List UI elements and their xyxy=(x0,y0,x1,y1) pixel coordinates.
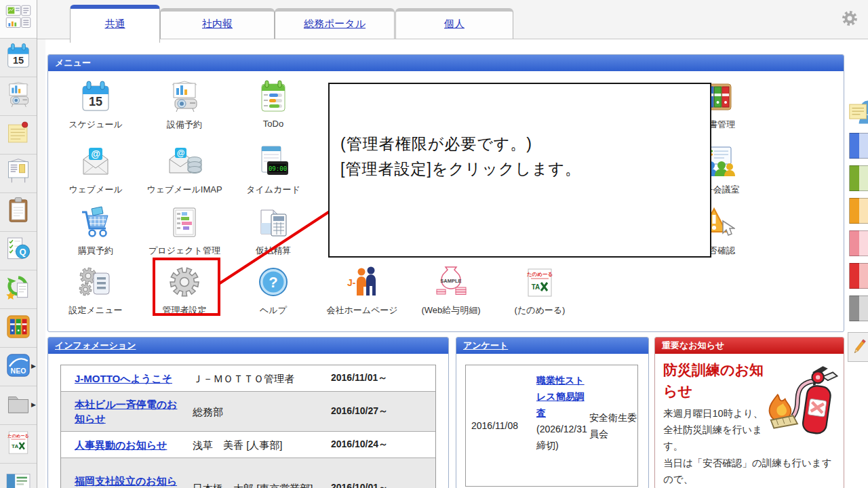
menu-item-todo[interactable]: ToDo xyxy=(232,79,315,129)
svg-text:09:00: 09:00 xyxy=(269,165,287,172)
menu-item-facility-reservation[interactable]: 設備予約 xyxy=(143,79,226,131)
information-row: 福岡支社設立のお知らせ日本橋 太郎 [東京営業部]2016/10/01～ xyxy=(61,458,435,488)
timecard-icon: 09:00 xyxy=(232,144,315,182)
info-date: 2016/10/01～ xyxy=(331,458,433,488)
sidebar-item-bulletin-board[interactable] xyxy=(0,155,37,193)
important-notice-title: 重要なお知らせ xyxy=(662,340,724,350)
menu-item-label: タイムカード xyxy=(232,184,315,196)
expand-arrow-icon[interactable]: ▶ xyxy=(31,401,36,408)
menu-item-project-management[interactable]: プロジェクト管理 xyxy=(143,205,226,257)
menu-item-webmail-imap[interactable]: @ウェブメールIMAP xyxy=(143,144,226,196)
info-author: 浅草 美香 [人事部] xyxy=(190,432,331,458)
info-title-cell: 人事異動のお知らせ xyxy=(61,432,190,458)
svg-text:15: 15 xyxy=(89,95,102,108)
menu-item-webmail[interactable]: @ウェブメール xyxy=(54,144,137,196)
tab-label: 総務ポータル xyxy=(304,18,366,29)
app-sidebar: 15QNEO▶▶たのめーるTA xyxy=(0,0,37,488)
sidebar-item-banner[interactable] xyxy=(0,464,37,488)
survey-title-link[interactable]: アンケート xyxy=(463,340,508,350)
purchase-reservation-icon xyxy=(54,205,137,243)
sidebar-item-facility-reservation[interactable] xyxy=(0,77,37,116)
menu-item-purchase-reservation[interactable]: 購買予約 xyxy=(54,205,137,257)
menu-item-label: ウェブメール xyxy=(54,184,137,196)
color-swatch-2[interactable] xyxy=(849,165,868,191)
tab-general-affairs-portal[interactable]: 総務ポータル xyxy=(275,8,395,39)
information-header: インフォメーション xyxy=(48,338,448,354)
sidebar-item-portal-layout[interactable] xyxy=(0,0,37,39)
sidebar-item-tanomeru[interactable]: たのめーるTA xyxy=(0,425,37,464)
svg-text:J-: J- xyxy=(347,277,356,288)
menu-item-label: (たのめーる) xyxy=(498,304,581,317)
svg-text:NEO: NEO xyxy=(11,367,26,375)
important-notice-panel: 重要なお知らせ 防災訓練のお知らせ 来週月曜日10時より、全社防災訓練を行います… xyxy=(654,337,844,488)
survey-deadline: (2026/12/31締切) xyxy=(536,424,587,451)
menu-item-provisional-payment[interactable]: 仮払精算 xyxy=(232,205,315,257)
schedule-icon: 15 xyxy=(4,42,33,73)
tab-label: 個人 xyxy=(444,18,465,29)
sidebar-item-schedule[interactable]: 15 xyxy=(0,39,37,77)
expand-arrow-icon[interactable]: ▶ xyxy=(31,363,36,369)
info-title-link[interactable]: J-MOTTOへようこそ xyxy=(75,371,172,386)
menu-item-timecard[interactable]: 09:00タイムカード xyxy=(232,144,315,196)
survey-header: アンケート xyxy=(456,338,648,354)
sidebar-item-document-management[interactable] xyxy=(0,309,37,348)
information-title-link[interactable]: インフォメーション xyxy=(55,340,136,350)
schedule-icon: 15 xyxy=(54,79,137,117)
sidebar-item-todo-list[interactable] xyxy=(0,193,37,232)
menu-item-label: 会社ホームページ xyxy=(321,304,403,317)
menu-item-tanomeru[interactable]: たのめーるTA(たのめーる) xyxy=(498,265,581,317)
info-author: 日本橋 太郎 [東京営業部] xyxy=(190,458,331,488)
menu-item-settings-menu[interactable]: 設定メニュー xyxy=(54,265,137,317)
facility-reservation-icon xyxy=(143,79,226,117)
menu-item-label: プロジェクト管理 xyxy=(143,245,226,257)
info-title-link[interactable]: 福岡支社設立のお知らせ xyxy=(75,474,187,488)
edit-pencil-icon[interactable] xyxy=(848,332,868,362)
info-author: Ｊ－ＭＯＴＴＯ管理者 xyxy=(190,365,331,391)
sidebar-item-workflow[interactable] xyxy=(0,270,37,309)
svg-text:Q: Q xyxy=(19,247,26,257)
color-swatch-1[interactable] xyxy=(849,133,868,159)
tanomeru-icon: たのめーるTA xyxy=(498,265,581,303)
sidebar-item-memo[interactable] xyxy=(0,116,37,155)
workflow-icon xyxy=(4,274,33,305)
tab-label: 共通 xyxy=(105,18,125,29)
svg-text:TA: TA xyxy=(12,443,18,449)
color-swatch-3[interactable] xyxy=(849,198,868,224)
folder-icon xyxy=(4,390,33,421)
info-title-link[interactable]: 本社ビル一斉停電のお知らせ xyxy=(75,397,187,426)
survey-link[interactable]: 職業性ストレス簡易調査 xyxy=(536,375,585,418)
menu-item-web-payslip[interactable]: SAMPLE(Web給与明細) xyxy=(410,265,492,317)
tab-company-news[interactable]: 社内報 xyxy=(160,8,275,39)
menu-item-schedule[interactable]: 15スケジュール xyxy=(54,79,137,131)
note-person-icon[interactable] xyxy=(848,96,868,131)
annotation-line-2: [管理者設定]をクリックします。 xyxy=(340,157,710,182)
info-title-link[interactable]: 人事異動のお知らせ xyxy=(75,438,167,452)
settings-gear-icon[interactable] xyxy=(841,9,859,27)
tanomeru-icon: たのめーるTA xyxy=(4,428,33,460)
survey-panel: アンケート 2016/11/08 職業性ストレス簡易調査(2026/12/31締… xyxy=(456,337,649,488)
bulletin-board-icon xyxy=(4,158,33,189)
tab-personal[interactable]: 個人 xyxy=(395,8,513,39)
survey-committee: 安全衛生委員会 xyxy=(589,365,637,486)
menu-item-label: 購買予約 xyxy=(54,245,137,257)
tab-common[interactable]: 共通 xyxy=(70,5,160,43)
menu-item-label: (Web給与明細) xyxy=(410,304,492,317)
color-swatch-5[interactable] xyxy=(849,263,868,289)
menu-item-help[interactable]: ?ヘルプ xyxy=(232,265,315,317)
color-swatch-6[interactable] xyxy=(849,296,868,321)
svg-text:@: @ xyxy=(91,148,100,159)
memo-icon xyxy=(4,119,33,150)
sidebar-item-folder[interactable]: ▶ xyxy=(0,386,37,425)
sidebar-item-desknets-neo[interactable]: NEO▶ xyxy=(0,348,37,386)
sidebar-gutter xyxy=(37,39,45,488)
desknets-neo-icon: NEO xyxy=(4,351,33,382)
svg-text:?: ? xyxy=(269,274,277,291)
webmail-icon: @ xyxy=(54,144,137,182)
sidebar-item-qa-search[interactable]: Q xyxy=(0,232,37,270)
information-row: 本社ビル一斉停電のお知らせ総務部2016/10/27～ xyxy=(61,392,435,432)
facility-reservation-icon xyxy=(4,81,33,112)
qa-search-icon: Q xyxy=(4,235,33,266)
menu-item-company-homepage[interactable]: J-会社ホームページ xyxy=(321,265,403,317)
info-title-cell: J-MOTTOへようこそ xyxy=(61,365,190,391)
color-swatch-4[interactable] xyxy=(849,230,868,256)
